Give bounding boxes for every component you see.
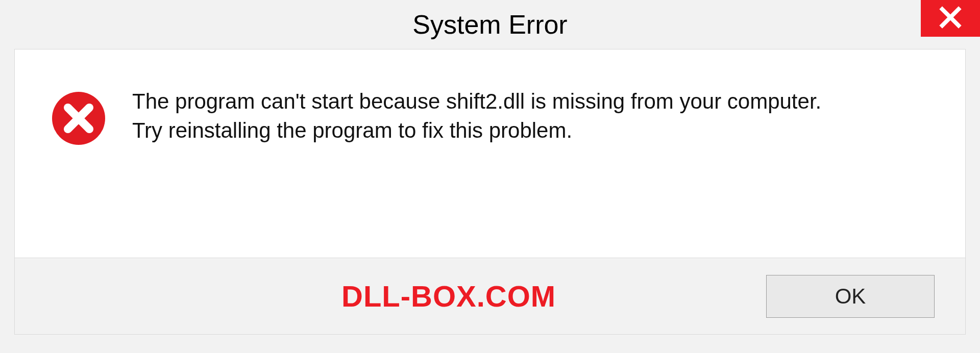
ok-button[interactable]: OK <box>766 275 935 318</box>
dialog-title: System Error <box>412 9 567 40</box>
close-icon <box>939 6 962 31</box>
dialog-message: The program can't start because shift2.d… <box>132 85 821 145</box>
ok-button-label: OK <box>835 284 866 309</box>
close-button[interactable] <box>921 0 980 37</box>
dialog-footer: DLL-BOX.COM OK <box>14 258 966 335</box>
dialog-body: The program can't start because shift2.d… <box>14 49 966 258</box>
titlebar: System Error <box>0 0 980 49</box>
error-icon <box>51 90 107 146</box>
watermark-text: DLL-BOX.COM <box>341 279 556 313</box>
